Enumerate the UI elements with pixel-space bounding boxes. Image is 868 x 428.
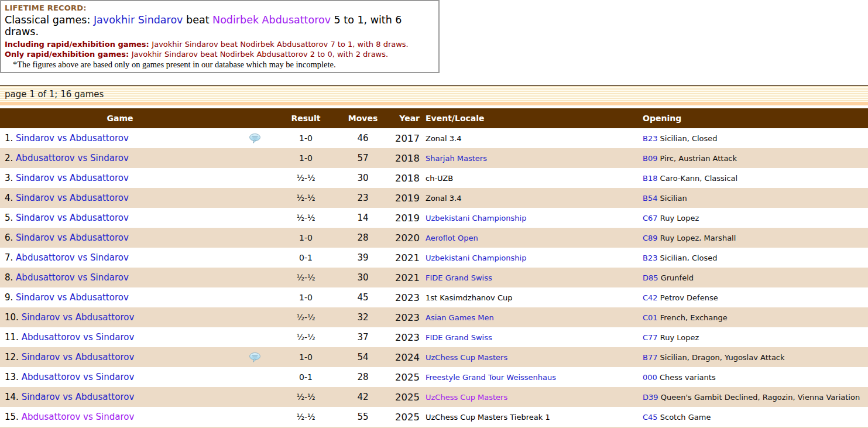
header-icon-spacer [240, 108, 269, 128]
moves-cell: 45 [342, 287, 383, 307]
result-cell: ½-½ [269, 387, 342, 407]
game-link[interactable]: Sindarov vs Abdusattorov [16, 133, 129, 143]
eco-code-link[interactable]: C77 [643, 333, 658, 342]
eco-code-link[interactable]: 000 [643, 373, 657, 382]
eco-code-link[interactable]: D39 [643, 393, 658, 402]
header-opening: Opening [638, 108, 868, 128]
event-link: UzChess Cup Masters Tiebreak 1 [426, 413, 550, 422]
event-link[interactable]: Sharjah Masters [426, 154, 487, 163]
game-link[interactable]: Sindarov vs Abdusattorov [16, 292, 129, 303]
classical-prefix: Classical games: [5, 14, 94, 26]
kibitz-bubble-icon[interactable] [249, 133, 261, 144]
year-cell: 2025 [383, 387, 420, 407]
year-cell: 2020 [383, 228, 420, 248]
table-row: 4. Sindarov vs Abdusattorov ½-½ 23 2019 … [0, 188, 868, 208]
event-link[interactable]: UzChess Cup Masters [426, 353, 507, 362]
moves-cell: 42 [342, 387, 383, 407]
eco-code-link[interactable]: C67 [643, 214, 658, 222]
only-rapid-line: Only rapid/exhibition games: Javokhir Si… [5, 49, 434, 59]
opening-name: Sicilian, Closed [660, 254, 718, 262]
moves-cell: 37 [342, 327, 383, 347]
event-link[interactable]: Asian Games Men [426, 313, 494, 322]
game-link[interactable]: Abdusattorov vs Sindarov [22, 412, 135, 422]
record-title: LIFETIME RECORD: [5, 3, 434, 13]
eco-code-link[interactable]: C01 [643, 313, 658, 322]
game-link[interactable]: Sindarov vs Abdusattorov [16, 232, 129, 243]
table-row: 2. Abdusattorov vs Sindarov 1-0 57 2018 … [0, 148, 868, 168]
eco-code-link[interactable]: C89 [643, 234, 658, 242]
pagination-text: page 1 of 1; 16 games [5, 89, 104, 100]
opening-name: Sicilian [660, 194, 687, 203]
only-rapid-label: Only rapid/exhibition games: [5, 50, 132, 59]
eco-code-link[interactable]: C45 [643, 413, 658, 422]
table-row: 15. Abdusattorov vs Sindarov ½-½ 55 2025… [0, 407, 868, 427]
table-row: 8. Abdusattorov vs Sindarov ½-½ 30 2021 … [0, 268, 868, 287]
event-link[interactable]: UzChess Cup Masters [426, 393, 507, 402]
game-link[interactable]: Abdusattorov vs Sindarov [16, 272, 129, 283]
year-cell: 2025 [383, 407, 420, 427]
opening-name: Ruy Lopez [660, 333, 699, 342]
moves-cell: 46 [342, 128, 383, 148]
game-number: 4. [5, 193, 13, 203]
only-rapid-text: Javokhir Sindarov beat Nodirbek Abdusatt… [132, 50, 388, 59]
year-cell: 2019 [383, 188, 420, 208]
eco-code-link[interactable]: C42 [643, 293, 658, 302]
eco-code-link[interactable]: B23 [643, 254, 657, 262]
player2-link[interactable]: Nodirbek Abdusattorov [212, 14, 331, 26]
opening-name: Scotch Game [660, 413, 711, 422]
event-link[interactable]: Aeroflot Open [426, 234, 478, 242]
event-link[interactable]: Uzbekistani Championship [426, 254, 526, 262]
table-row: 1. Sindarov vs Abdusattorov 1-0 46 2017 [0, 128, 868, 148]
result-cell: 1-0 [269, 287, 342, 307]
game-number: 6. [5, 232, 13, 243]
game-link[interactable]: Sindarov vs Abdusattorov [22, 392, 135, 402]
game-link[interactable]: Sindarov vs Abdusattorov [16, 173, 129, 183]
game-number: 10. [5, 312, 19, 323]
event-link: ch-UZB [426, 174, 453, 183]
year-cell: 2023 [383, 307, 420, 327]
opening-name: Sicilian, Dragon, Yugoslav Attack [660, 353, 785, 362]
year-cell: 2018 [383, 168, 420, 188]
opening-name: Grunfeld [661, 273, 694, 282]
game-link[interactable]: Sindarov vs Abdusattorov [22, 352, 135, 362]
event-link[interactable]: FIDE Grand Swiss [426, 273, 492, 282]
event-link[interactable]: FIDE Grand Swiss [426, 333, 492, 342]
year-cell: 2024 [383, 347, 420, 367]
table-row: 6. Sindarov vs Abdusattorov 1-0 28 2020 … [0, 228, 868, 248]
eco-code-link[interactable]: D85 [643, 273, 658, 282]
database-footnote: *The figures above are based only on gam… [5, 59, 434, 70]
game-link[interactable]: Sindarov vs Abdusattorov [22, 312, 135, 323]
eco-code-link[interactable]: B23 [643, 134, 657, 143]
result-cell: ½-½ [269, 208, 342, 228]
opening-name: Sicilian, Closed [660, 134, 718, 143]
event-link[interactable]: Uzbekistani Championship [426, 214, 526, 222]
game-number: 14. [5, 392, 19, 402]
game-link[interactable]: Abdusattorov vs Sindarov [22, 372, 135, 382]
moves-cell: 28 [342, 228, 383, 248]
event-link: Zonal 3.4 [426, 194, 461, 203]
game-link[interactable]: Abdusattorov vs Sindarov [22, 332, 135, 343]
opening-name: Queen's Gambit Declined, Ragozin, Vienna… [661, 393, 860, 402]
opening-name: Chess variants [660, 373, 716, 382]
moves-cell: 28 [342, 367, 383, 387]
game-link[interactable]: Abdusattorov vs Sindarov [16, 252, 129, 263]
moves-cell: 57 [342, 148, 383, 168]
game-link[interactable]: Sindarov vs Abdusattorov [16, 213, 129, 223]
header-event: Event/Locale [420, 108, 638, 128]
result-cell: ½-½ [269, 407, 342, 427]
player1-link[interactable]: Javokhir Sindarov [94, 14, 183, 26]
eco-code-link[interactable]: B77 [643, 353, 657, 362]
result-cell: 1-0 [269, 228, 342, 248]
kibitz-bubble-icon[interactable] [249, 352, 261, 363]
game-link[interactable]: Abdusattorov vs Sindarov [16, 153, 129, 163]
lifetime-record-box: LIFETIME RECORD: Classical games: Javokh… [0, 0, 440, 73]
event-link[interactable]: Freestyle Grand Tour Weissenhaus [426, 373, 556, 382]
moves-cell: 54 [342, 347, 383, 367]
eco-code-link[interactable]: B09 [643, 154, 657, 163]
eco-code-link[interactable]: B18 [643, 174, 657, 183]
table-header-row: Game Result Moves Year Event/Locale Open… [0, 108, 868, 128]
year-cell: 2023 [383, 327, 420, 347]
classical-record-line: Classical games: Javokhir Sindarov beat … [5, 13, 434, 39]
eco-code-link[interactable]: B54 [643, 194, 657, 203]
game-link[interactable]: Sindarov vs Abdusattorov [16, 193, 129, 203]
